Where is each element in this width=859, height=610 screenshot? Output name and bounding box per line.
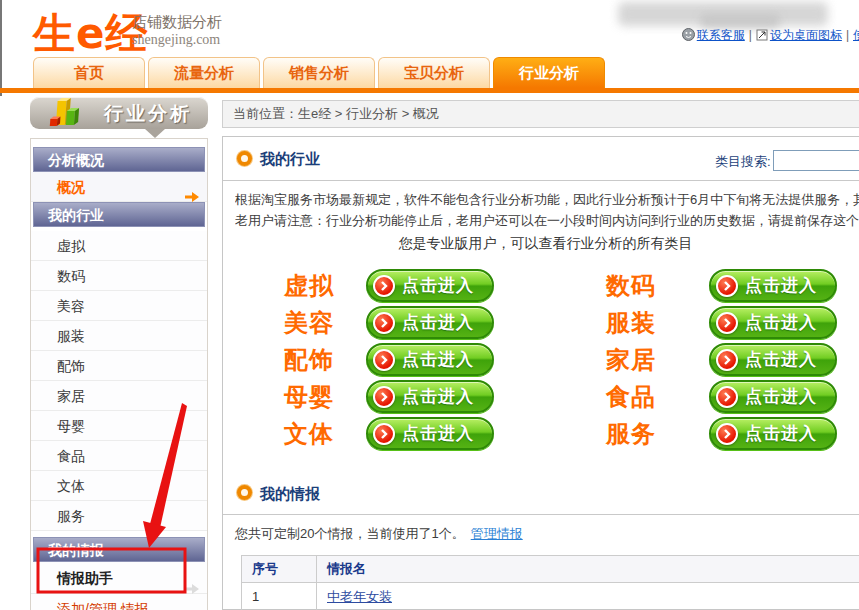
section-title-my-intel: 我的情报 (260, 485, 320, 504)
category-label-beauty: 美容 (269, 304, 349, 341)
tab-item-analysis[interactable]: 宝贝分析 (378, 57, 490, 88)
category-search-input[interactable] (773, 150, 859, 171)
nav-accent-bar (0, 88, 859, 93)
customer-service-icon (682, 28, 695, 44)
column-header-no: 序号 (242, 556, 317, 583)
contact-support-link[interactable]: 联系客服 (697, 28, 745, 42)
section-my-industry-header: 我的行业 类目搜索: (223, 137, 859, 181)
table-row: 1 中老年女装 (242, 583, 859, 610)
category-label-sports: 文体 (269, 415, 349, 452)
orange-donut-icon (237, 151, 252, 166)
sidebar-item-overview[interactable]: 概况 (31, 172, 207, 202)
redacted-account-info-2 (700, 14, 780, 28)
bar-chart-3d-icon (42, 95, 84, 139)
column-header-name: 情报名 (317, 556, 859, 583)
intel-usage-line: 您共可定制20个情报，当前使用了1个。管理情报 (235, 525, 523, 543)
category-label-accessories: 配饰 (269, 341, 349, 378)
sidebar-item-services[interactable]: 服务 (31, 501, 207, 531)
sidebar-title: 行业分析 (104, 101, 192, 127)
category-label-services: 服务 (591, 415, 671, 452)
sidebar-menu: 分析概况 概况 我的行业 虚拟 数码 美容 服装 配饰 家居 母婴 食品 文体 … (30, 138, 208, 610)
red-arrow-circle-icon (716, 349, 738, 371)
category-label-baby: 母婴 (269, 378, 349, 415)
tab-industry-analysis[interactable]: 行业分析 (493, 57, 605, 88)
enter-button-home[interactable]: 点击进入 (709, 343, 837, 376)
red-arrow-circle-icon (373, 312, 395, 334)
sidebar-group-overview[interactable]: 分析概况 (33, 147, 205, 172)
main-nav-tabs: 首页 流量分析 销售分析 宝贝分析 行业分析 (33, 57, 605, 88)
tab-home[interactable]: 首页 (33, 57, 145, 88)
category-label-digital: 数码 (591, 267, 671, 304)
sidebar-item-sports[interactable]: 文体 (31, 471, 207, 501)
intel-row-no: 1 (242, 583, 317, 610)
red-arrow-circle-icon (373, 386, 395, 408)
tab-sales-analysis[interactable]: 销售分析 (263, 57, 375, 88)
red-arrow-circle-icon (716, 386, 738, 408)
enter-button-accessories[interactable]: 点击进入 (366, 343, 494, 376)
sidebar-header-tail (145, 129, 165, 138)
sidebar-header: 行业分析 (30, 97, 208, 129)
sidebar-item-add-manage-intel[interactable]: 添加/管理 情报 (31, 594, 207, 610)
enter-button-sports[interactable]: 点击进入 (366, 417, 494, 450)
red-arrow-circle-icon (373, 423, 395, 445)
window-edge-artifact (0, 0, 2, 96)
sidebar-group-my-intel[interactable]: 我的情报 (33, 537, 205, 562)
brand-domain: shengejing.com (132, 32, 220, 48)
sidebar-item-virtual[interactable]: 虚拟 (31, 231, 207, 261)
brand-subtitle: 店铺数据分析 (132, 13, 222, 32)
pro-user-line: 您是专业版用户，可以查看行业分析的所有类目 (223, 235, 859, 253)
red-arrow-circle-icon (716, 423, 738, 445)
intel-table-header-row: 序号 情报名 (242, 556, 859, 583)
notice-text: 根据淘宝服务市场最新规定，软件不能包含行业分析功能，因此行业分析预计于6月中下旬… (235, 189, 859, 231)
red-arrow-circle-icon (373, 275, 395, 297)
sidebar-group-my-industry[interactable]: 我的行业 (33, 202, 205, 227)
sidebar-item-intel-helper[interactable]: 情报助手 (31, 562, 207, 594)
category-label-apparel: 服装 (591, 304, 671, 341)
orange-arrow-icon (185, 182, 199, 212)
main-panel: 我的行业 类目搜索: 根据淘宝服务市场最新规定，软件不能包含行业分析功能，因此行… (222, 136, 859, 610)
breadcrumb: 当前位置：生e经 > 行业分析 > 概况 (222, 100, 859, 128)
sidebar-item-digital[interactable]: 数码 (31, 261, 207, 291)
notice-line-2: 老用户请注意：行业分析功能停止后，老用户还可以在一小段时间内访问到行业的历史数据… (235, 210, 859, 231)
red-arrow-circle-icon (716, 275, 738, 297)
notice-line-1: 根据淘宝服务市场最新规定，软件不能包含行业分析功能，因此行业分析预计于6月中下旬… (235, 189, 859, 210)
orange-donut-icon (237, 485, 252, 500)
red-arrow-circle-icon (373, 349, 395, 371)
enter-button-virtual[interactable]: 点击进入 (366, 269, 494, 302)
enter-button-food[interactable]: 点击进入 (709, 380, 837, 413)
set-desktop-icon-link[interactable]: 设为桌面图标 (770, 28, 842, 42)
section-title-my-industry: 我的行业 (260, 150, 320, 169)
sidebar-item-accessories[interactable]: 配饰 (31, 351, 207, 381)
red-arrow-circle-icon (716, 312, 738, 334)
intel-row-name-link[interactable]: 中老年女装 (327, 589, 392, 604)
enter-button-digital[interactable]: 点击进入 (709, 269, 837, 302)
intel-table: 序号 情报名 1 中老年女装 (241, 555, 859, 610)
sidebar-item-food[interactable]: 食品 (31, 441, 207, 471)
category-label-home: 家居 (591, 341, 671, 378)
sidebar-item-beauty[interactable]: 美容 (31, 291, 207, 321)
enter-button-baby[interactable]: 点击进入 (366, 380, 494, 413)
desktop-shortcut-icon (756, 29, 768, 44)
category-search-label: 类目搜索: (715, 153, 771, 171)
category-label-virtual: 虚拟 (269, 267, 349, 304)
top-links: 联系客服|设为桌面图标|使 (682, 27, 859, 44)
manage-intel-link[interactable]: 管理情报 (471, 526, 523, 541)
tab-traffic-analysis[interactable]: 流量分析 (148, 57, 260, 88)
section-my-intel-header: 我的情报 (223, 477, 859, 515)
truncated-link[interactable]: 使 (853, 28, 859, 42)
enter-button-beauty[interactable]: 点击进入 (366, 306, 494, 339)
sidebar-item-baby[interactable]: 母婴 (31, 411, 207, 441)
enter-button-services[interactable]: 点击进入 (709, 417, 837, 450)
category-label-food: 食品 (591, 378, 671, 415)
sidebar-item-apparel[interactable]: 服装 (31, 321, 207, 351)
category-grid: 虚拟 点击进入 数码 点击进入 美容 点击进入 服装 点击进入 配饰 点击进入 … (269, 267, 843, 452)
enter-button-apparel[interactable]: 点击进入 (709, 306, 837, 339)
sidebar-item-home[interactable]: 家居 (31, 381, 207, 411)
